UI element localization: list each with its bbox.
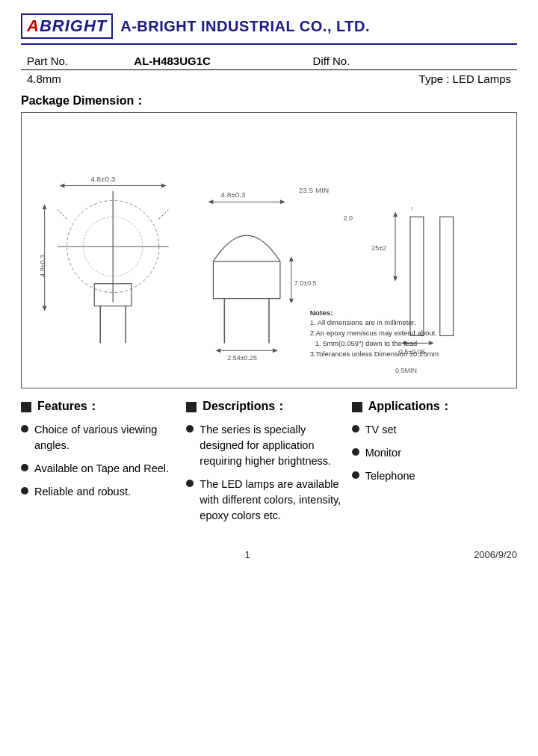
page-footer: 1 2006/9/20 (21, 545, 517, 560)
application-text-2: Monitor (365, 445, 401, 461)
application-item-1: TV set (352, 422, 517, 438)
application-text-1: TV set (365, 422, 397, 438)
svg-marker-10 (60, 183, 65, 188)
svg-text:4.8±0.3: 4.8±0.3 (90, 175, 116, 183)
svg-marker-22 (280, 199, 285, 204)
svg-marker-11 (161, 183, 167, 188)
feature-item-1: Choice of various viewing angles. (21, 422, 180, 453)
applications-header: Applications： (352, 399, 517, 415)
svg-text:25±2: 25±2 (371, 244, 386, 252)
svg-rect-33 (440, 217, 454, 335)
features-column: Features： Choice of various viewing angl… (21, 399, 186, 531)
company-logo: ABRIGHT (21, 13, 113, 39)
circle-bullet-icon (352, 448, 359, 456)
svg-marker-29 (215, 348, 220, 353)
description-item-1: The series is specially designed for app… (186, 422, 345, 469)
features-bullet-icon (21, 402, 31, 412)
svg-text:4.8±0.3: 4.8±0.3 (220, 190, 246, 199)
company-name: A-BRIGHT INDUSTRIAL CO., LTD. (120, 18, 370, 35)
logo-text: ABRIGHT (27, 16, 107, 36)
svg-marker-35 (393, 211, 398, 217)
description-item-2: The LED lamps are available with differe… (186, 477, 345, 524)
part-info-table: Part No. AL-H483UG1C Diff No. 4.8mm Type… (21, 52, 517, 87)
type-value: Type : LED Lamps (307, 70, 517, 88)
feature-text-1: Choice of various viewing angles. (34, 422, 180, 453)
descriptions-header: Descriptions： (186, 399, 345, 415)
svg-marker-30 (273, 348, 278, 353)
svg-text:2.An epoxy meniscus may extend: 2.An epoxy meniscus may extend about. (310, 329, 437, 337)
svg-marker-26 (289, 299, 294, 304)
circle-bullet-icon (21, 425, 28, 433)
svg-text:23.5 MIN: 23.5 MIN (299, 186, 329, 194)
size-value: 4.8mm (21, 70, 307, 88)
feature-item-3: Reliable and robust. (21, 484, 180, 500)
svg-marker-25 (289, 256, 294, 261)
description-text-2: The LED lamps are available with differe… (200, 477, 345, 524)
applications-column: Applications： TV set Monitor Telephone (352, 399, 517, 531)
svg-text:0.5MIN: 0.5MIN (395, 367, 417, 374)
svg-text:1. All dimensions are in milli: 1. All dimensions are in millimeter. (310, 318, 416, 326)
features-header: Features： (21, 399, 180, 415)
package-dimension-label: Package Dimension： (21, 93, 517, 109)
svg-marker-15 (43, 306, 47, 312)
svg-text:↑: ↑ (410, 205, 413, 212)
feature-text-3: Reliable and robust. (34, 484, 131, 500)
descriptions-column: Descriptions： The series is specially de… (186, 399, 351, 531)
circle-bullet-icon (352, 425, 359, 433)
circle-bullet-icon (352, 471, 359, 479)
circle-bullet-icon (186, 425, 194, 433)
page-number: 1 (244, 549, 250, 560)
svg-text:4.8±0.3: 4.8±0.3 (39, 255, 46, 277)
svg-text:3.Tolerances unless Dimension : 3.Tolerances unless Dimension ±0.25mm (310, 350, 439, 358)
svg-text:Notes:: Notes: (310, 309, 333, 317)
descriptions-bullet-icon (186, 402, 197, 412)
part-no-label: Part No. (21, 52, 128, 70)
logo-a: A (27, 16, 40, 35)
svg-text:7.0±0.5: 7.0±0.5 (294, 279, 317, 287)
applications-bullet-icon (352, 402, 362, 412)
descriptions-label: Descriptions： (202, 399, 287, 415)
svg-rect-17 (213, 261, 280, 299)
svg-text:2.54±0.25: 2.54±0.25 (227, 354, 257, 362)
application-item-3: Telephone (352, 468, 517, 484)
svg-marker-40 (429, 341, 434, 345)
application-item-2: Monitor (352, 445, 517, 461)
diff-no-label: Diff No. (307, 52, 476, 70)
svg-marker-21 (208, 199, 213, 204)
circle-bullet-icon (186, 480, 194, 487)
application-text-3: Telephone (365, 468, 415, 484)
features-label: Features： (37, 399, 99, 415)
description-text-1: The series is specially designed for app… (200, 422, 345, 469)
svg-marker-36 (393, 276, 398, 282)
svg-line-8 (159, 209, 169, 219)
feature-item-2: Available on Tape and Reel. (21, 461, 180, 477)
circle-bullet-icon (21, 487, 28, 495)
diagram-svg: 4.8±0.3 4.8±0.3 4.8±0.3 7.0±0.5 2.54±0.2… (22, 113, 516, 388)
svg-line-7 (58, 209, 67, 219)
info-columns: Features： Choice of various viewing angl… (21, 399, 517, 531)
svg-marker-14 (43, 204, 47, 209)
logo-bright: BRIGHT (40, 16, 107, 35)
applications-label: Applications： (368, 399, 452, 415)
footer-date: 2006/9/20 (474, 549, 517, 560)
circle-bullet-icon (21, 464, 28, 471)
feature-text-2: Available on Tape and Reel. (34, 461, 169, 477)
part-no-value: AL-H483UG1C (128, 52, 306, 70)
page-header: ABRIGHT A-BRIGHT INDUSTRIAL CO., LTD. (21, 13, 517, 45)
svg-text:1. 5mm(0.059") down to the lea: 1. 5mm(0.059") down to the lead (315, 339, 418, 347)
package-diagram: 4.8±0.3 4.8±0.3 4.8±0.3 7.0±0.5 2.54±0.2… (21, 112, 517, 388)
svg-text:2.0: 2.0 (343, 214, 352, 222)
